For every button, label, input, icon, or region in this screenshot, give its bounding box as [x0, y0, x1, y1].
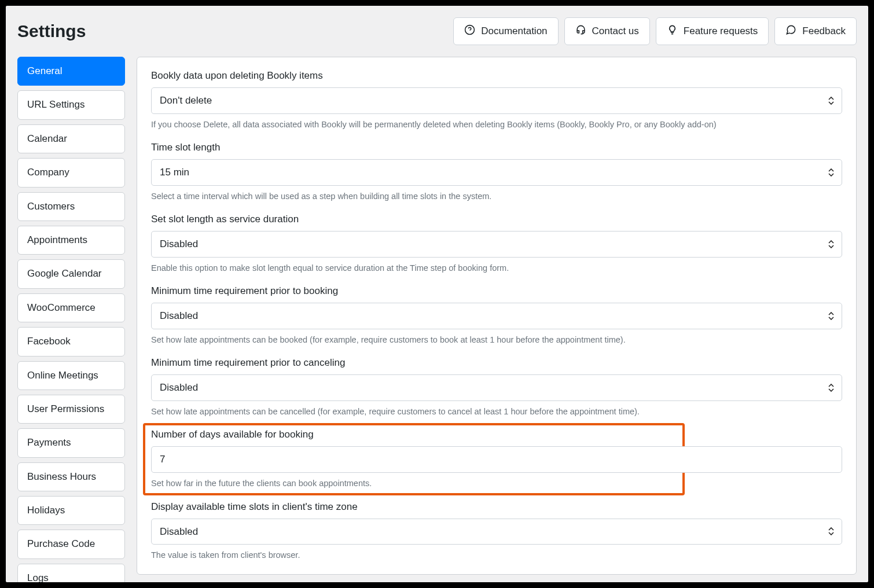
sidebar-item-business-hours[interactable]: Business Hours: [17, 462, 125, 491]
sidebar-item-calendar[interactable]: Calendar: [17, 124, 125, 153]
feedback-button[interactable]: Feedback: [774, 17, 857, 45]
days-available-input[interactable]: [151, 446, 842, 473]
sidebar-item-logs[interactable]: Logs: [17, 564, 125, 582]
field-slot-length: Time slot length 15 min Select a time in…: [151, 142, 842, 202]
contact-button[interactable]: Contact us: [564, 17, 650, 45]
select-wrap: 15 min: [151, 159, 842, 186]
sidebar-item-label: Customers: [27, 201, 75, 212]
field-min-booking: Minimum time requirement prior to bookin…: [151, 285, 842, 346]
delete-data-select[interactable]: Don't delete: [151, 87, 842, 114]
headset-icon: [575, 24, 586, 38]
button-label: Feature requests: [684, 25, 758, 37]
sidebar-item-purchase-code[interactable]: Purchase Code: [17, 530, 125, 558]
help-text: Select a time interval which will be use…: [151, 190, 842, 202]
app-frame: Settings Documentation Contact us Featur…: [6, 6, 868, 582]
sidebar-item-facebook[interactable]: Facebook: [17, 327, 125, 356]
help-text: If you choose Delete, all data associate…: [151, 119, 842, 130]
select-wrap: Disabled: [151, 374, 842, 401]
sidebar-item-label: WooCommerce: [27, 302, 96, 313]
sidebar-item-label: Holidays: [27, 505, 65, 516]
sidebar-item-label: General: [27, 65, 62, 76]
help-text: Set how late appointments can be cancell…: [151, 406, 842, 417]
field-label: Bookly data upon deleting Bookly items: [151, 70, 842, 82]
sidebar-item-label: Company: [27, 167, 69, 178]
sidebar-item-label: Logs: [27, 572, 49, 582]
comment-icon: [785, 24, 796, 38]
select-wrap: Disabled: [151, 519, 842, 545]
button-label: Documentation: [481, 25, 547, 37]
field-label: Minimum time requirement prior to cancel…: [151, 357, 842, 369]
sidebar-item-label: Calendar: [27, 133, 67, 144]
lightbulb-icon: [667, 24, 678, 38]
button-label: Feedback: [802, 25, 846, 37]
sidebar-item-label: Purchase Code: [27, 538, 95, 549]
help-text: The value is taken from client's browser…: [151, 549, 842, 561]
sidebar-item-label: Online Meetings: [27, 370, 98, 381]
sidebar-item-url-settings[interactable]: URL Settings: [17, 90, 125, 119]
help-text: Set how late appointments can be booked …: [151, 334, 842, 346]
field-label: Minimum time requirement prior to bookin…: [151, 285, 842, 297]
sidebar-item-user-permissions[interactable]: User Permissions: [17, 395, 125, 424]
sidebar-item-label: Business Hours: [27, 471, 96, 482]
content-row: General URL Settings Calendar Company Cu…: [17, 57, 857, 582]
service-duration-select[interactable]: Disabled: [151, 231, 842, 258]
select-wrap: Don't delete: [151, 87, 842, 114]
field-label: Display available time slots in client's…: [151, 501, 842, 513]
sidebar-item-company[interactable]: Company: [17, 158, 125, 187]
min-booking-select[interactable]: Disabled: [151, 303, 842, 329]
field-label: Set slot length as service duration: [151, 214, 842, 225]
sidebar-item-label: Payments: [27, 437, 71, 448]
sidebar-item-woocommerce[interactable]: WooCommerce: [17, 293, 125, 322]
min-cancel-select[interactable]: Disabled: [151, 374, 842, 401]
documentation-button[interactable]: Documentation: [453, 17, 558, 45]
sidebar-item-label: Facebook: [27, 336, 71, 347]
sidebar-item-label: Appointments: [27, 234, 87, 245]
field-min-cancel: Minimum time requirement prior to cancel…: [151, 357, 842, 417]
sidebar-item-payments[interactable]: Payments: [17, 428, 125, 457]
button-label: Contact us: [592, 25, 639, 37]
help-text: Enable this option to make slot length e…: [151, 262, 842, 274]
help-circle-icon: [464, 24, 475, 38]
sidebar: General URL Settings Calendar Company Cu…: [17, 57, 125, 582]
field-days-available: Number of days available for booking Set…: [151, 429, 842, 489]
sidebar-item-holidays[interactable]: Holidays: [17, 496, 125, 525]
input-wrap: [151, 446, 842, 473]
sidebar-item-label: User Permissions: [27, 403, 104, 414]
sidebar-item-label: Google Calendar: [27, 268, 102, 279]
sidebar-item-label: URL Settings: [27, 99, 85, 110]
field-label: Number of days available for booking: [151, 429, 842, 440]
main-panel: Bookly data upon deleting Bookly items D…: [137, 57, 857, 575]
sidebar-item-online-meetings[interactable]: Online Meetings: [17, 361, 125, 390]
help-text: Set how far in the future the clients ca…: [151, 477, 842, 489]
select-wrap: Disabled: [151, 303, 842, 329]
sidebar-item-customers[interactable]: Customers: [17, 192, 125, 221]
page-title: Settings: [17, 21, 86, 41]
field-service-duration: Set slot length as service duration Disa…: [151, 214, 842, 274]
header: Settings Documentation Contact us Featur…: [17, 17, 857, 45]
slot-length-select[interactable]: 15 min: [151, 159, 842, 186]
sidebar-item-appointments[interactable]: Appointments: [17, 226, 125, 255]
feature-requests-button[interactable]: Feature requests: [656, 17, 769, 45]
field-client-timezone: Display available time slots in client's…: [151, 501, 842, 561]
sidebar-item-google-calendar[interactable]: Google Calendar: [17, 259, 125, 288]
client-timezone-select[interactable]: Disabled: [151, 519, 842, 545]
field-delete-data: Bookly data upon deleting Bookly items D…: [151, 70, 842, 130]
select-wrap: Disabled: [151, 231, 842, 258]
sidebar-item-general[interactable]: General: [17, 57, 125, 86]
field-label: Time slot length: [151, 142, 842, 153]
header-buttons: Documentation Contact us Feature request…: [453, 17, 857, 45]
